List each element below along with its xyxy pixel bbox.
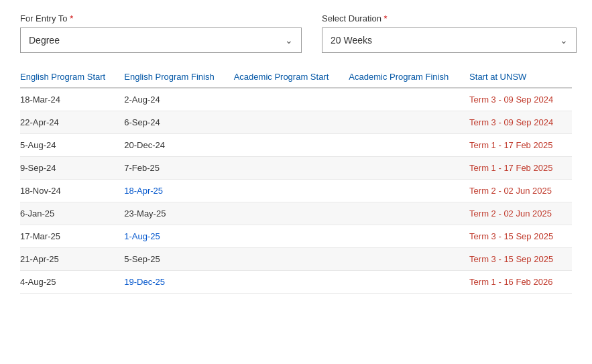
cell-acad-start [234, 248, 349, 271]
col-eng-finish: English Program Finish [124, 66, 233, 88]
cell-acad-start [234, 202, 349, 225]
cell-eng-finish: 18-Apr-25 [124, 180, 233, 202]
cell-start-unsw[interactable]: Term 1 - 16 Feb 2026 [469, 271, 572, 294]
table-row: 6-Jan-2523-May-25Term 2 - 02 Jun 2025 [20, 202, 572, 225]
table-row: 17-Mar-251-Aug-25Term 3 - 15 Sep 2025 [20, 225, 572, 248]
duration-group: Select Duration * 10 Weeks 15 Weeks 20 W… [322, 13, 577, 53]
cell-acad-finish [349, 88, 469, 111]
cell-acad-start [234, 180, 349, 202]
cell-start-unsw[interactable]: Term 3 - 09 Sep 2024 [469, 111, 572, 134]
cell-eng-start: 22-Apr-24 [20, 111, 124, 134]
duration-select-wrapper[interactable]: 10 Weeks 15 Weeks 20 Weeks 25 Weeks 30 W… [322, 27, 577, 53]
cell-start-unsw[interactable]: Term 1 - 17 Feb 2025 [469, 134, 572, 157]
cell-acad-start [234, 134, 349, 157]
cell-eng-start: 18-Nov-24 [20, 180, 124, 202]
entry-to-label: For Entry To * [20, 13, 302, 23]
dates-table: English Program Start English Program Fi… [20, 66, 572, 294]
cell-start-unsw[interactable]: Term 2 - 02 Jun 2025 [469, 180, 572, 202]
cell-start-unsw[interactable]: Term 1 - 17 Feb 2025 [469, 157, 572, 180]
cell-eng-start: 6-Jan-25 [20, 202, 124, 225]
entry-to-required: * [70, 13, 73, 23]
cell-acad-start [234, 88, 349, 111]
entry-to-select-wrapper[interactable]: Degree Diploma Certificate ⌄ [20, 27, 302, 53]
col-start-unsw: Start at UNSW [469, 66, 572, 88]
cell-eng-finish: 7-Feb-25 [124, 157, 233, 180]
cell-acad-start [234, 225, 349, 248]
dates-table-container: English Program Start English Program Fi… [20, 66, 572, 294]
form-row: For Entry To * Degree Diploma Certificat… [20, 13, 572, 53]
cell-eng-finish: 19-Dec-25 [124, 271, 233, 294]
cell-acad-start [234, 111, 349, 134]
cell-eng-finish: 6-Sep-24 [124, 111, 233, 134]
cell-acad-finish [349, 111, 469, 134]
table-body: 18-Mar-242-Aug-24Term 3 - 09 Sep 202422-… [20, 88, 572, 294]
cell-start-unsw[interactable]: Term 3 - 15 Sep 2025 [469, 248, 572, 271]
cell-eng-start: 17-Mar-25 [20, 225, 124, 248]
cell-eng-start: 18-Mar-24 [20, 88, 124, 111]
entry-to-text: For Entry To [20, 13, 68, 23]
table-row: 4-Aug-2519-Dec-25Term 1 - 16 Feb 2026 [20, 271, 572, 294]
cell-eng-start: 4-Aug-25 [20, 271, 124, 294]
cell-eng-finish: 1-Aug-25 [124, 225, 233, 248]
entry-to-group: For Entry To * Degree Diploma Certificat… [20, 13, 302, 53]
cell-eng-finish: 5-Sep-25 [124, 248, 233, 271]
col-acad-start: Academic Program Start [234, 66, 349, 88]
duration-label: Select Duration * [322, 13, 577, 23]
cell-acad-finish [349, 134, 469, 157]
table-header-row: English Program Start English Program Fi… [20, 66, 572, 88]
cell-eng-finish: 20-Dec-24 [124, 134, 233, 157]
cell-acad-finish [349, 180, 469, 202]
table-row: 21-Apr-255-Sep-25Term 3 - 15 Sep 2025 [20, 248, 572, 271]
table-row: 18-Nov-2418-Apr-25Term 2 - 02 Jun 2025 [20, 180, 572, 202]
col-acad-finish: Academic Program Finish [349, 66, 469, 88]
cell-acad-start [234, 157, 349, 180]
table-row: 5-Aug-2420-Dec-24Term 1 - 17 Feb 2025 [20, 134, 572, 157]
table-row: 9-Sep-247-Feb-25Term 1 - 17 Feb 2025 [20, 157, 572, 180]
cell-acad-finish [349, 271, 469, 294]
duration-required: * [384, 13, 388, 23]
cell-eng-start: 9-Sep-24 [20, 157, 124, 180]
duration-select[interactable]: 10 Weeks 15 Weeks 20 Weeks 25 Weeks 30 W… [322, 28, 576, 52]
duration-text: Select Duration [322, 13, 381, 23]
cell-acad-finish [349, 202, 469, 225]
cell-start-unsw[interactable]: Term 3 - 09 Sep 2024 [469, 88, 572, 111]
cell-eng-start: 5-Aug-24 [20, 134, 124, 157]
cell-start-unsw[interactable]: Term 2 - 02 Jun 2025 [469, 202, 572, 225]
cell-eng-start: 21-Apr-25 [20, 248, 124, 271]
table-row: 18-Mar-242-Aug-24Term 3 - 09 Sep 2024 [20, 88, 572, 111]
cell-eng-finish: 23-May-25 [124, 202, 233, 225]
table-header: English Program Start English Program Fi… [20, 66, 572, 88]
cell-acad-start [234, 271, 349, 294]
cell-acad-finish [349, 225, 469, 248]
entry-to-select[interactable]: Degree Diploma Certificate [21, 28, 301, 52]
col-eng-start: English Program Start [20, 66, 124, 88]
cell-eng-finish: 2-Aug-24 [124, 88, 233, 111]
cell-acad-finish [349, 248, 469, 271]
cell-acad-finish [349, 157, 469, 180]
cell-start-unsw[interactable]: Term 3 - 15 Sep 2025 [469, 225, 572, 248]
table-row: 22-Apr-246-Sep-24Term 3 - 09 Sep 2024 [20, 111, 572, 134]
